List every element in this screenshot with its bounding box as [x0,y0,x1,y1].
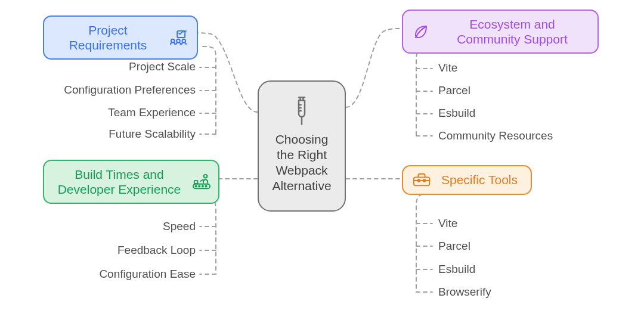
branch-build-times: Build Times and Developer Experience [43,160,219,204]
leaf-config-ease: Configuration Ease [48,268,196,281]
leaf-text: Feedback Loop [117,244,196,256]
center-line3: Webpack [275,163,327,177]
branch-label: Ecosystem and Community Support [436,17,588,46]
leaf-team-experience: Team Experience [48,106,196,119]
leaf-text: Community Resources [438,129,553,142]
leaf-esbuild-2: Esbuild [438,263,475,276]
svg-point-21 [196,186,197,187]
leaf-text: Project Scale [129,60,196,73]
leaf-vite-1: Vite [438,61,457,74]
conveyor-icon [192,173,211,191]
leaf-text: Vite [438,217,457,229]
leaf-text: Esbuild [438,107,475,119]
leaf-text: Team Experience [108,106,196,119]
branch-label: Specific Tools [438,172,521,187]
leaf-future-scalability: Future Scalability [48,128,196,141]
leaf-text: Configuration Preferences [64,83,196,96]
svg-point-19 [204,175,208,178]
branch-ecosystem: Ecosystem and Community Support [402,10,599,54]
svg-point-24 [205,186,206,187]
leaf-project-scale: Project Scale [48,60,196,73]
leaf-text: Esbuild [438,263,475,275]
svg-rect-26 [414,177,429,185]
svg-point-22 [199,186,200,187]
leaf-vite-2: Vite [438,217,457,230]
leaf-parcel-2: Parcel [438,240,470,253]
center-title: Choosing the Right Webpack Alternative [272,132,331,194]
svg-rect-25 [194,181,198,184]
leaf-community-resources: Community Resources [438,129,553,142]
leaf-browserify: Browserify [438,285,491,299]
center-line4: Alternative [272,179,331,193]
syringe-icon [293,96,311,128]
leaf-text: Speed [163,220,196,232]
leaf-text: Configuration Ease [99,268,196,280]
leaf-feedback-loop: Feedback Loop [48,244,196,257]
leaf-text: Parcel [438,84,470,97]
branch-label: Project Requirements [54,23,162,52]
leaf-speed: Speed [48,220,196,233]
leaf-config-prefs: Configuration Preferences [48,83,196,97]
leaf-parcel-1: Parcel [438,84,470,97]
center-node: Choosing the Right Webpack Alternative [258,80,346,212]
branch-label: Build Times and Developer Experience [54,167,185,197]
center-line2: the Right [277,148,327,162]
branch-project-requirements: Project Requirements [43,15,198,60]
branch-specific-tools: Specific Tools [402,165,532,195]
checklist-icon [169,30,187,45]
mindmap-canvas: Choosing the Right Webpack Alternative P… [0,0,644,326]
center-line1: Choosing [275,132,329,146]
leaf-esbuild-1: Esbuild [438,107,475,120]
leaf-text: Browserify [438,285,491,298]
leaf-text: Vite [438,61,457,74]
leaf-text: Future Scalability [109,128,196,140]
toolbox-icon [413,172,431,188]
leaf-text: Parcel [438,240,470,252]
svg-point-23 [202,186,203,187]
leaf-icon [413,23,429,40]
